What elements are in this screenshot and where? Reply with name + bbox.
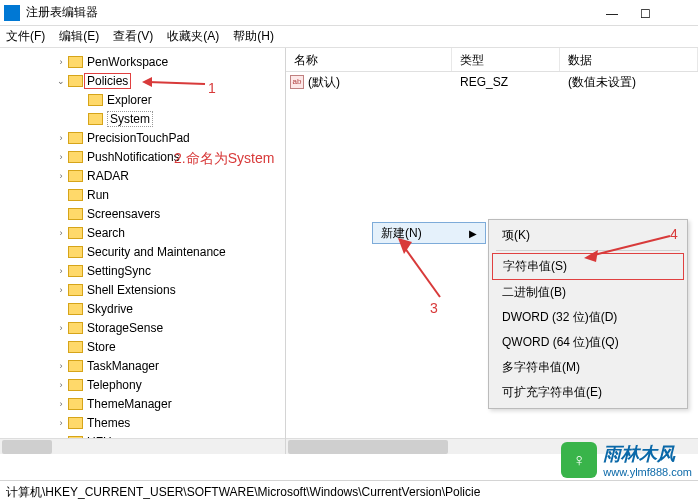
watermark-url: www.ylmf888.com [603,466,692,478]
chevron-right-icon[interactable]: › [56,266,66,276]
tree-label: System [107,111,153,127]
folder-icon [68,284,83,296]
menu-edit[interactable]: 编辑(E) [59,28,99,45]
tree-label: Explorer [107,93,152,107]
folder-icon [68,246,83,258]
folder-icon [68,379,83,391]
tree-label: SettingSync [87,264,151,278]
chevron-right-icon[interactable]: › [56,133,66,143]
tree-label: Run [87,188,109,202]
tree-item[interactable]: ›Search [0,223,285,242]
tree-item[interactable]: ›ThemeManager [0,394,285,413]
tree-item[interactable]: ›Themes [0,413,285,432]
tree-item[interactable]: Run [0,185,285,204]
folder-icon [68,360,83,372]
chevron-right-icon[interactable]: › [56,361,66,371]
maximize-button[interactable]: ☐ [640,7,652,19]
title-bar: 注册表编辑器 — ☐ [0,0,698,26]
scrollbar-thumb[interactable] [2,440,52,454]
chevron-right-icon[interactable]: › [56,285,66,295]
folder-icon [68,189,83,201]
value-data: (数值未设置) [560,74,698,91]
tree-item[interactable]: Skydrive [0,299,285,318]
tree-label: Store [87,340,116,354]
values-pane[interactable]: 名称 类型 数据 ab (默认) REG_SZ (数值未设置) 新建(N) ▶ … [286,48,698,454]
menu-bar: 文件(F) 编辑(E) 查看(V) 收藏夹(A) 帮助(H) [0,26,698,48]
folder-icon [68,322,83,334]
content-area: ›PenWorkspace⌄PoliciesExplorerSystem›Pre… [0,48,698,454]
folder-icon [68,227,83,239]
tree-label: Skydrive [87,302,133,316]
submenu-item[interactable]: DWORD (32 位)值(D) [492,305,684,330]
tree-item[interactable]: ›StorageSense [0,318,285,337]
tree-item[interactable]: ›PushNotifications [0,147,285,166]
tree-item[interactable]: Store [0,337,285,356]
folder-icon [68,56,83,68]
col-data-header[interactable]: 数据 [560,48,698,71]
submenu-item[interactable]: 字符串值(S) [492,253,684,280]
value-type: REG_SZ [452,75,560,89]
tree-label: StorageSense [87,321,163,335]
tree-item[interactable]: Screensavers [0,204,285,223]
folder-icon [68,75,83,87]
window-title: 注册表编辑器 [26,4,606,21]
submenu-item[interactable]: 可扩充字符串值(E) [492,380,684,405]
tree-label: Security and Maintenance [87,245,226,259]
tree-item[interactable]: ›RADAR [0,166,285,185]
chevron-down-icon[interactable]: ⌄ [56,76,66,86]
menu-new[interactable]: 新建(N) ▶ [372,222,486,244]
folder-icon [88,113,103,125]
chevron-right-icon[interactable]: › [56,57,66,67]
scrollbar-thumb[interactable] [288,440,448,454]
tree-item[interactable]: ›Shell Extensions [0,280,285,299]
tree-item[interactable]: System [0,109,285,128]
col-type-header[interactable]: 类型 [452,48,560,71]
tree-pane[interactable]: ›PenWorkspace⌄PoliciesExplorerSystem›Pre… [0,48,286,454]
tree-item[interactable]: Explorer [0,90,285,109]
submenu-item[interactable]: 二进制值(B) [492,280,684,305]
tree-label: PrecisionTouchPad [87,131,190,145]
tree-label: Search [87,226,125,240]
tree-item[interactable]: ›PrecisionTouchPad [0,128,285,147]
chevron-right-icon[interactable]: › [56,418,66,428]
chevron-right-icon[interactable]: › [56,399,66,409]
chevron-right-icon[interactable]: › [56,380,66,390]
menu-view[interactable]: 查看(V) [113,28,153,45]
close-button[interactable] [674,7,686,19]
status-bar: 计算机\HKEY_CURRENT_USER\SOFTWARE\Microsoft… [0,480,698,502]
tree-label: Screensavers [87,207,160,221]
chevron-right-icon[interactable]: › [56,152,66,162]
menu-favorites[interactable]: 收藏夹(A) [167,28,219,45]
menu-file[interactable]: 文件(F) [6,28,45,45]
folder-icon [68,265,83,277]
col-name-header[interactable]: 名称 [286,48,452,71]
submenu-item[interactable]: 多字符串值(M) [492,355,684,380]
tree-label: Telephony [87,378,142,392]
chevron-right-icon[interactable]: › [56,323,66,333]
folder-icon [68,417,83,429]
tree-item[interactable]: ›PenWorkspace [0,52,285,71]
tree-label: PushNotifications [87,150,180,164]
value-row[interactable]: ab (默认) REG_SZ (数值未设置) [286,72,698,92]
tree-item[interactable]: ⌄Policies [0,71,285,90]
watermark-badge-icon: ♀ [561,442,597,478]
tree-item[interactable]: ›TaskManager [0,356,285,375]
tree-item[interactable]: ›Telephony [0,375,285,394]
chevron-right-icon[interactable]: › [56,171,66,181]
submenu-item[interactable]: 项(K) [492,223,684,248]
tree-label: Shell Extensions [87,283,176,297]
tree-item[interactable]: ›SettingSync [0,261,285,280]
menu-help[interactable]: 帮助(H) [233,28,274,45]
tree-scrollbar-h[interactable] [0,438,285,454]
minimize-button[interactable]: — [606,7,618,19]
chevron-right-icon[interactable]: › [56,228,66,238]
status-path: 计算机\HKEY_CURRENT_USER\SOFTWARE\Microsoft… [6,485,480,499]
app-icon [4,5,20,21]
tree-label: Themes [87,416,130,430]
folder-icon [68,151,83,163]
submenu-item[interactable]: QWORD (64 位)值(Q) [492,330,684,355]
folder-icon [68,170,83,182]
folder-icon [88,94,103,106]
value-name: (默认) [308,74,340,91]
tree-item[interactable]: Security and Maintenance [0,242,285,261]
